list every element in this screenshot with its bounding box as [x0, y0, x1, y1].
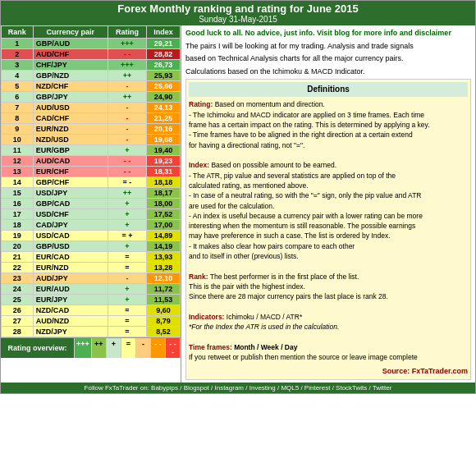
rating-cell: = [108, 327, 146, 337]
definitions-section: Definitions Rating: Based on momentum an… [185, 79, 471, 379]
rank-cell: 26 [2, 305, 34, 316]
table-row: 7AUD/USD-24,13 [2, 103, 181, 113]
index-cell: 18,17 [147, 188, 181, 199]
pair-cell: AUD/CHF [33, 49, 108, 60]
rating-overview-item: = [121, 338, 136, 358]
pair-cell: GBP/USD [33, 241, 108, 252]
def-timeframes: Time frames: Month / Week / Day [189, 342, 468, 352]
pair-cell: GBP/CAD [33, 199, 108, 209]
rating-cell: - [108, 113, 146, 124]
rank-cell: 22 [2, 263, 34, 273]
table-row: 27AUD/NZD=8,79 [2, 316, 181, 327]
def-retweet: If you retweet or publish then mention t… [189, 352, 468, 362]
rank-cell: 16 [2, 199, 34, 209]
rating-cell: ++ [108, 92, 146, 103]
rank-cell: 3 [2, 60, 34, 71]
rating-cell: - [108, 273, 146, 284]
pair-cell: EUR/GBP [33, 145, 108, 156]
definitions-title: Definitions [189, 82, 468, 97]
header: Forex Monthly ranking and rating for Jun… [1, 1, 475, 25]
table-row: 20GBP/USD+14,19 [2, 241, 181, 252]
def-rating: Rating: Based on momentum and direction. [189, 99, 468, 109]
index-cell: 25,66 [147, 81, 181, 92]
rating-cell: = [108, 252, 146, 263]
rating-cell: - [108, 124, 146, 135]
rating-cell: = - [108, 177, 146, 188]
index-cell: 28,82 [147, 49, 181, 60]
index-cell: 11,72 [147, 284, 181, 295]
rating-cell: + [108, 220, 146, 231]
rank-cell: 20 [2, 241, 34, 252]
rank-cell: 23 [2, 273, 34, 284]
table-row: 24EUR/AUD+11,72 [2, 284, 181, 295]
def-rank-text: The best performer is in the first place… [210, 273, 359, 281]
index-cell: 11,53 [147, 295, 181, 305]
rank-cell: 24 [2, 284, 34, 295]
def-rating-d4: for having a directional rating, not "="… [189, 140, 468, 150]
rating-cell: + [108, 199, 146, 209]
def-index-d3: - In case of a neutral rating, so with t… [189, 190, 468, 200]
table-row: 12AUD/CAD- -19,23 [2, 156, 181, 167]
intro-text: Good luck to all. No advice, just info. … [185, 28, 471, 39]
rating-cell: = [108, 316, 146, 327]
pair-cell: GBP/CHF [33, 177, 108, 188]
def-indicators-title: Indicators: [189, 313, 224, 321]
index-cell: 13,93 [147, 252, 181, 263]
index-cell: 18,31 [147, 167, 181, 177]
pair-cell: USD/JPY [33, 188, 108, 199]
def-index-d4: are used for the calculation. [189, 201, 468, 211]
pair-cell: AUD/JPY [33, 273, 108, 284]
line3: Calculations based on the Ichimoku & MAC… [185, 66, 471, 77]
rating-overview-item: + [107, 338, 121, 358]
rank-cell: 4 [2, 71, 34, 81]
def-rank-d2: Since there are 28 major currency pairs … [189, 291, 468, 301]
table-row: 4GBP/NZD++25,93 [2, 71, 181, 81]
table-row: 19USD/CAD= +14,89 [2, 231, 181, 241]
pair-cell: NZD/JPY [33, 327, 108, 337]
index-cell: 13,28 [147, 263, 181, 273]
def-indicators: Indicators: Ichimoku / MACD / ATR* [189, 312, 468, 322]
rank-cell: 12 [2, 156, 34, 167]
index-cell: 19,40 [147, 145, 181, 156]
def-index-d6: interesting when the momentum is still r… [189, 221, 468, 231]
index-cell: 14,19 [147, 241, 181, 252]
rating-cell: - [108, 135, 146, 145]
rank-cell: 18 [2, 220, 34, 231]
table-row: 22EUR/NZD=13,28 [2, 263, 181, 273]
index-cell: 9,60 [147, 305, 181, 316]
rating-cell: + [108, 145, 146, 156]
table-row: 21EUR/CAD=13,93 [2, 252, 181, 263]
table-row: 5NZD/CHF-25,66 [2, 81, 181, 92]
rating-cells: ++++++=-- -- - - [75, 338, 181, 358]
table-row: 11EUR/GBP+19,40 [2, 145, 181, 156]
table-row: 6GBP/JPY++24,90 [2, 92, 181, 103]
index-cell: 29,21 [147, 39, 181, 49]
rating-overview-item: ++ [92, 338, 107, 358]
rank-cell: 10 [2, 135, 34, 145]
col-pair: Currency pair [33, 26, 108, 39]
table-row: 2AUD/CHF- -28,82 [2, 49, 181, 60]
source-line: Source: FxTaTrader.com [189, 366, 468, 377]
def-index-title: Index: [189, 161, 209, 169]
def-rank-d1: This is the pair with the highest index. [189, 282, 468, 291]
rating-cell: - - [108, 156, 146, 167]
footer: Follow FxTaTrader on: Babypips / Blogspo… [1, 383, 475, 393]
pair-cell: NZD/CHF [33, 81, 108, 92]
pair-cell: EUR/AUD [33, 284, 108, 295]
footer-text: Follow FxTaTrader on: Babypips / Blogspo… [85, 384, 392, 392]
def-timeframes-title: Time frames: [189, 343, 232, 351]
index-cell: 8,79 [147, 316, 181, 327]
index-cell: 19,68 [147, 135, 181, 145]
def-index: Index: Based on possible amount to be ea… [189, 160, 468, 170]
line2: based on Technical Analysis charts for a… [185, 53, 471, 64]
pair-cell: AUD/CAD [33, 156, 108, 167]
right-panel: Good luck to all. No advice, just info. … [181, 25, 475, 383]
rating-overview-item: - - [151, 338, 166, 358]
rank-cell: 25 [2, 295, 34, 305]
rank-cell: 1 [2, 39, 34, 49]
rank-cell: 17 [2, 209, 34, 220]
pair-cell: CHF/JPY [33, 60, 108, 71]
pair-cell: GBP/NZD [33, 71, 108, 81]
table-row: 3CHF/JPY+++26,73 [2, 60, 181, 71]
rank-cell: 11 [2, 145, 34, 156]
